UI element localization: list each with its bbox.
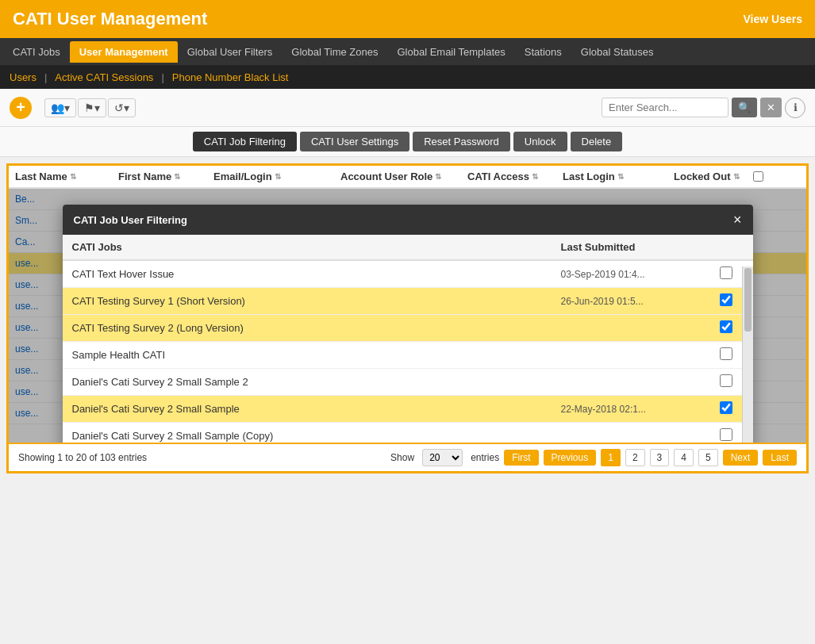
modal-row[interactable]: CATI Testing Survey 2 (Long Version) — [63, 315, 753, 342]
add-user-button[interactable]: + — [10, 97, 32, 119]
modal-title: CATI Job User Filtering — [74, 214, 188, 226]
show-select[interactable]: 20 10 50 100 — [422, 449, 463, 466]
top-header: CATI User Management View Users — [0, 0, 815, 38]
sub-nav: Users | Active CATI Sessions | Phone Num… — [0, 65, 815, 89]
sort-icon-access[interactable]: ⇅ — [532, 172, 538, 181]
tab-global-statuses[interactable]: Global Statuses — [571, 41, 663, 63]
page-num-3[interactable]: 3 — [650, 449, 670, 466]
modal-job-name: CATI Testing Survey 2 (Long Version) — [72, 322, 561, 334]
modal-job-checkbox[interactable] — [720, 320, 732, 333]
modal-date: 26-Jun-2019 01:5... — [561, 296, 720, 307]
search-box: 🔍 ✕ ℹ — [602, 98, 805, 118]
sub-nav-users[interactable]: Users — [10, 71, 37, 83]
pagination-last-button[interactable]: Last — [763, 450, 797, 466]
col-locked: Locked Out⇅ — [667, 171, 747, 182]
modal-date: 03-Sep-2019 01:4... — [561, 269, 720, 280]
col-access: CATI Access⇅ — [461, 171, 556, 182]
sort-icon-login[interactable]: ⇅ — [617, 172, 624, 181]
page-num-1[interactable]: 1 — [601, 449, 621, 466]
col-role: Account User Role⇅ — [334, 171, 461, 182]
modal-table-header: CATI Jobs Last Submitted — [63, 235, 753, 261]
modal-job-checkbox[interactable] — [720, 347, 732, 360]
modal-job-checkbox[interactable] — [720, 293, 732, 306]
modal-job-name: Daniel's Cati Survey 2 Small Sample (Cop… — [72, 430, 561, 442]
modal-row[interactable]: CATI Testing Survey 1 (Short Version) 26… — [63, 288, 753, 315]
reset-password-button[interactable]: Reset Password — [413, 132, 510, 151]
cati-user-settings-button[interactable]: CATI User Settings — [300, 132, 409, 151]
sort-icon-email[interactable]: ⇅ — [275, 172, 281, 181]
info-button[interactable]: ℹ — [785, 98, 805, 118]
search-input[interactable] — [602, 98, 729, 117]
modal-row[interactable]: Daniel's Cati Survey 2 Small Sample (Cop… — [63, 423, 753, 443]
clear-search-button[interactable]: ✕ — [760, 98, 782, 117]
tab-global-email-templates[interactable]: Global Email Templates — [387, 41, 514, 63]
page-num-5[interactable]: 5 — [698, 449, 718, 466]
modal-row[interactable]: Sample Health CATI — [63, 342, 753, 369]
table-header: Last Name⇅ First Name⇅ Email/Login⇅ Acco… — [9, 166, 806, 189]
sort-icon-first-name[interactable]: ⇅ — [174, 172, 180, 181]
pagination-next-button[interactable]: Next — [723, 450, 759, 466]
modal-job-checkbox[interactable] — [720, 266, 732, 279]
reset-icon-btn[interactable]: ↺▾ — [108, 98, 136, 117]
modal-checkbox-cell — [720, 320, 744, 335]
pagination-first-button[interactable]: First — [504, 450, 538, 466]
modal-checkbox-cell — [720, 401, 744, 416]
modal-rows: CATI Text Hover Issue 03-Sep-2019 01:4..… — [63, 261, 753, 443]
scrollbar-thumb — [744, 268, 752, 332]
select-all-checkbox[interactable] — [753, 171, 763, 182]
unlock-button[interactable]: Unlock — [513, 132, 567, 151]
modal-body: CATI Jobs Last Submitted CATI Text Hover… — [63, 235, 753, 443]
modal-date: 22-May-2018 02:1... — [561, 404, 720, 415]
sub-nav-blacklist[interactable]: Phone Number Black List — [172, 71, 289, 83]
modal-job-name: Sample Health CATI — [72, 349, 561, 361]
col-last-name: Last Name⇅ — [9, 171, 112, 182]
page-num-2[interactable]: 2 — [625, 449, 645, 466]
pagination-row: Showing 1 to 20 of 103 entries Show 20 1… — [9, 443, 806, 471]
modal-overlay: CATI Job User Filtering × CATI Jobs Last… — [9, 189, 806, 443]
modal-job-checkbox[interactable] — [720, 374, 732, 387]
app-title: CATI User Management — [13, 9, 207, 29]
modal-checkbox-cell — [720, 347, 744, 362]
modal-row[interactable]: Daniel's Cati Survey 2 Small Sample 2 — [63, 369, 753, 396]
sub-nav-active-cati[interactable]: Active CATI Sessions — [55, 71, 153, 83]
show-label: Show — [390, 452, 414, 463]
action-row: CATI Job Filtering CATI User Settings Re… — [0, 127, 815, 157]
delete-button[interactable]: Delete — [571, 132, 623, 151]
group-icon-btn[interactable]: 👥▾ — [44, 98, 76, 117]
sort-icon-last-name[interactable]: ⇅ — [70, 172, 76, 181]
modal-job-name: Daniel's Cati Survey 2 Small Sample 2 — [72, 376, 561, 388]
modal-job-checkbox[interactable] — [720, 428, 732, 441]
modal-header: CATI Job User Filtering × — [63, 205, 753, 235]
tab-global-user-filters[interactable]: Global User Filters — [178, 41, 283, 63]
pagination-info: Showing 1 to 20 of 103 entries — [18, 452, 147, 463]
table-body: Be... Sm... Ca... — [9, 189, 806, 443]
view-users-link[interactable]: View Users — [744, 13, 802, 25]
flag-icon-btn[interactable]: ⚑▾ — [78, 98, 106, 117]
tab-cati-jobs[interactable]: CATI Jobs — [3, 41, 70, 63]
main-content: Last Name⇅ First Name⇅ Email/Login⇅ Acco… — [6, 163, 809, 473]
modal-row[interactable]: CATI Text Hover Issue 03-Sep-2019 01:4..… — [63, 261, 753, 288]
col-email: Email/Login⇅ — [207, 171, 334, 182]
modal-scrollbar[interactable] — [742, 266, 753, 443]
modal-job-name: CATI Text Hover Issue — [72, 268, 561, 280]
tab-user-management[interactable]: User Management — [70, 41, 178, 63]
tab-global-time-zones[interactable]: Global Time Zones — [282, 41, 387, 63]
modal-checkbox-cell — [720, 428, 744, 443]
modal-col-submitted: Last Submitted — [561, 241, 720, 253]
col-select — [747, 171, 771, 182]
page-num-4[interactable]: 4 — [674, 449, 694, 466]
sort-icon-locked[interactable]: ⇅ — [733, 172, 740, 181]
modal-checkbox-cell — [720, 293, 744, 309]
pagination-previous-button[interactable]: Previous — [544, 450, 597, 466]
modal-close-button[interactable]: × — [733, 213, 742, 227]
toolbar: + 👥▾ ⚑▾ ↺▾ 🔍 ✕ ℹ — [0, 89, 815, 127]
col-first-name: First Name⇅ — [112, 171, 207, 182]
search-button[interactable]: 🔍 — [732, 98, 757, 117]
sort-icon-role[interactable]: ⇅ — [435, 172, 441, 181]
cati-job-filtering-button[interactable]: CATI Job Filtering — [193, 132, 297, 151]
modal-checkbox-cell — [720, 374, 744, 389]
modal-checkbox-cell — [720, 266, 744, 282]
modal-job-checkbox[interactable] — [720, 401, 732, 414]
modal-row[interactable]: Daniel's Cati Survey 2 Small Sample 22-M… — [63, 396, 753, 423]
tab-stations[interactable]: Stations — [515, 41, 571, 63]
